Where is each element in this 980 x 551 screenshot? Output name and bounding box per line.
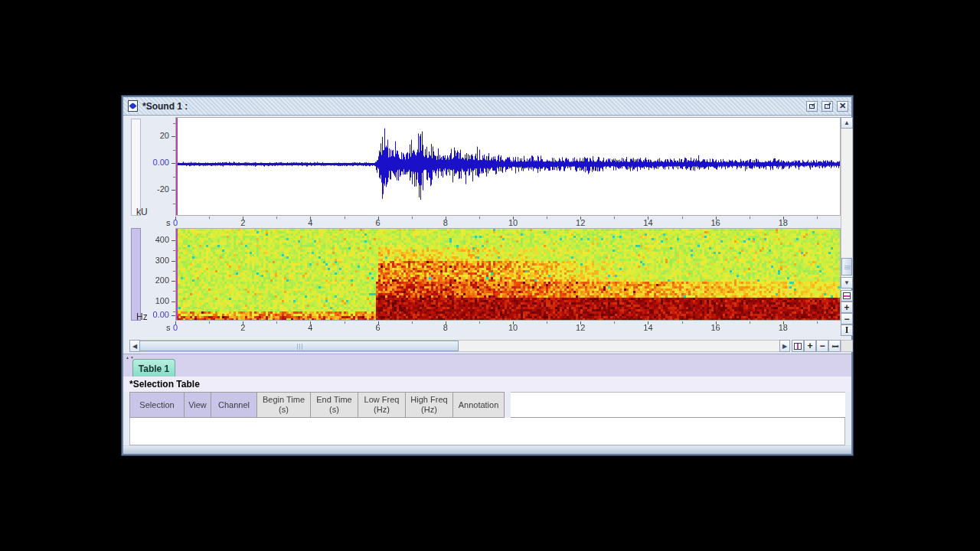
axis-tick-label: 200 (142, 276, 169, 285)
axis-minor-tick (209, 217, 210, 219)
scroll-up-icon: ▲ (844, 119, 850, 126)
selection-table-body[interactable] (129, 418, 845, 445)
axis-tick-label: 400 (142, 235, 169, 244)
scroll-down-icon: ▼ (844, 279, 850, 286)
column-header-annotation[interactable]: Annotation (453, 392, 505, 418)
column-label: Annotation (459, 400, 499, 410)
vertical-scrollbar-thumb[interactable] (841, 258, 852, 276)
waveform-y-axis: 200.00-20 (141, 117, 175, 216)
thumb-grip-icon (297, 344, 302, 350)
minimize-arrow-icon: ↙ (811, 102, 816, 108)
column-label: Begin Time (263, 395, 305, 405)
column-header-high-freq[interactable]: High Freq(Hz) (406, 392, 453, 418)
axis-tick-label: 16 (707, 323, 725, 332)
axis-tick-label: 0 (166, 323, 185, 332)
maximize-arrow-icon: ↗ (826, 102, 831, 108)
axis-minor-tick (547, 321, 547, 324)
selection-table-title-row: *Selection Table (123, 377, 851, 392)
playback-cursor[interactable] (176, 118, 178, 215)
column-header-selection[interactable]: Selection (129, 392, 185, 418)
axis-tick-label: 10 (504, 218, 522, 227)
axis-tick-label: 6 (369, 218, 387, 227)
zoom-all-horizontal-button[interactable] (792, 340, 804, 352)
minimize-button[interactable]: ↙ (806, 101, 818, 112)
axis-tick-label: 18 (774, 323, 792, 332)
waveform-view-selector[interactable] (131, 119, 141, 216)
axis-minor-tick (209, 321, 210, 324)
tab-table-1[interactable]: Table 1 (132, 359, 175, 377)
maximize-button[interactable]: ↗ (822, 101, 833, 112)
column-label: View (188, 400, 207, 410)
axis-tick-label: 4 (301, 218, 319, 227)
axis-minor-tick (276, 217, 277, 219)
minus-icon: − (844, 314, 849, 324)
scroll-up-button[interactable]: ▲ (841, 117, 853, 129)
axis-tick-label: 12 (571, 323, 590, 332)
axis-minor-tick (750, 217, 750, 219)
waveform-y-unit: kU (136, 207, 148, 217)
column-label: Selection (139, 400, 174, 410)
column-header-channel[interactable]: Channel (211, 392, 257, 418)
zoom-in-horizontal-button[interactable]: + (804, 340, 816, 352)
zoom-selection-vertical-button[interactable]: I (841, 324, 853, 336)
column-header-begin-time[interactable]: Begin Time(s) (257, 392, 311, 418)
zoom-out-vertical-button[interactable]: − (841, 313, 853, 324)
selection-table-header-filler (511, 392, 845, 418)
spectrogram-time-axis: s024681012141618 (175, 321, 841, 332)
waveform-plot[interactable] (175, 117, 841, 216)
axis-minor-tick (817, 321, 818, 324)
axis-minor-tick (614, 217, 615, 219)
zoom-all-vertical-button[interactable] (841, 290, 853, 302)
axis-minor-tick (750, 321, 750, 324)
close-icon: ✕ (839, 101, 846, 111)
zoom-out-horizontal-button[interactable]: − (816, 340, 828, 352)
zoom-all-icon (794, 343, 802, 350)
axis-tick-label: 2 (234, 218, 252, 227)
column-label: High Freq (410, 395, 447, 405)
axis-tick-label: -20 (142, 184, 169, 194)
sound-window: *Sound 1 : ↙ ↗ ✕ 200.00-20 kU (122, 96, 853, 455)
sound-document-icon (128, 100, 138, 112)
sound-diamond-glyph (129, 103, 137, 110)
close-button[interactable]: ✕ (837, 101, 848, 112)
waveform-canvas (176, 118, 840, 215)
axis-tick-label: 4 (301, 323, 319, 332)
vertical-scrollbar[interactable]: ▲ ▼ (841, 117, 853, 289)
ibeam-horizontal-icon: I (828, 344, 840, 348)
scroll-down-button[interactable]: ▼ (841, 277, 853, 289)
scroll-left-button[interactable]: ◀ (129, 340, 140, 352)
axis-tick-label: 0 (166, 218, 185, 227)
spectrogram-canvas (176, 229, 840, 320)
plus-icon: + (844, 302, 849, 313)
plus-icon: + (807, 341, 812, 351)
scroll-right-button[interactable]: ▶ (779, 340, 790, 352)
spectrogram-y-axis: 4003002001000.00 (141, 228, 175, 321)
screen-background: *Sound 1 : ↙ ↗ ✕ 200.00-20 kU (0, 0, 980, 551)
axis-tick-label: 18 (774, 218, 792, 227)
spectrogram-view-selector[interactable] (131, 228, 141, 321)
window-bottom-frame (123, 445, 851, 454)
column-header-low-freq[interactable]: Low Freq(Hz) (358, 392, 406, 418)
axis-minor-tick (479, 217, 480, 219)
axis-minor-tick (817, 217, 818, 219)
column-label: End Time (316, 395, 351, 405)
axis-tick-label: 8 (436, 323, 455, 332)
minus-icon: − (819, 341, 825, 351)
axis-minor-tick (614, 321, 615, 324)
axis-tick-label: 14 (639, 323, 657, 332)
axis-tick-label: 12 (571, 218, 590, 227)
column-header-end-time[interactable]: End Time(s) (311, 392, 358, 418)
zoom-in-vertical-button[interactable]: + (841, 302, 853, 313)
horizontal-scrollbar-thumb[interactable] (139, 341, 459, 351)
selection-table-title: *Selection Table (129, 379, 200, 390)
axis-tick-label: 300 (142, 256, 169, 265)
horizontal-scrollbar[interactable]: ◀ ▶ (129, 340, 790, 352)
waveform-time-axis: s024681012141618 (175, 217, 841, 227)
playback-cursor-spectrogram[interactable] (176, 229, 178, 320)
zoom-selection-horizontal-button[interactable]: I (828, 340, 841, 352)
column-header-view[interactable]: View (185, 392, 211, 418)
spectrogram-plot[interactable] (175, 228, 841, 321)
axis-tick-label: 16 (707, 218, 725, 227)
axis-tick-label: 0.00 (142, 158, 169, 167)
window-titlebar[interactable]: *Sound 1 : ↙ ↗ ✕ (123, 97, 851, 116)
